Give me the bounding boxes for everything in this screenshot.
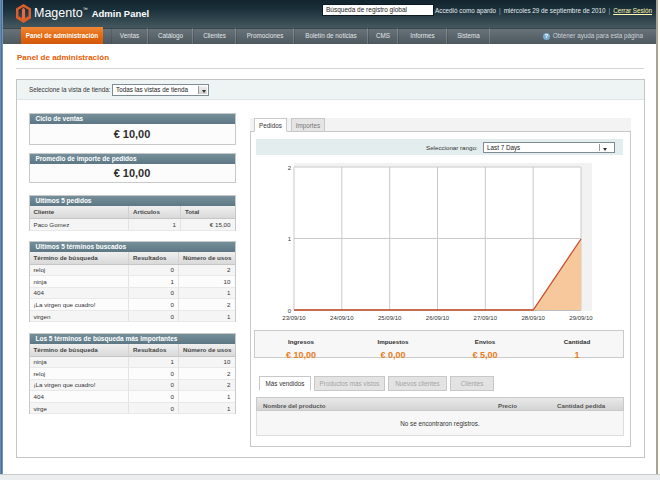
svg-text:24/09/10: 24/09/10 (330, 315, 354, 321)
svg-text:27/09/10: 27/09/10 (474, 315, 498, 321)
svg-text:23/09/10: 23/09/10 (282, 315, 306, 321)
svg-text:26/09/10: 26/09/10 (426, 315, 450, 321)
svg-text:1: 1 (288, 236, 292, 242)
svg-text:25/09/10: 25/09/10 (378, 315, 402, 321)
svg-text:0: 0 (288, 308, 292, 314)
svg-text:29/09/10: 29/09/10 (569, 315, 593, 321)
svg-text:28/09/10: 28/09/10 (522, 315, 546, 321)
svg-text:2: 2 (288, 165, 292, 171)
